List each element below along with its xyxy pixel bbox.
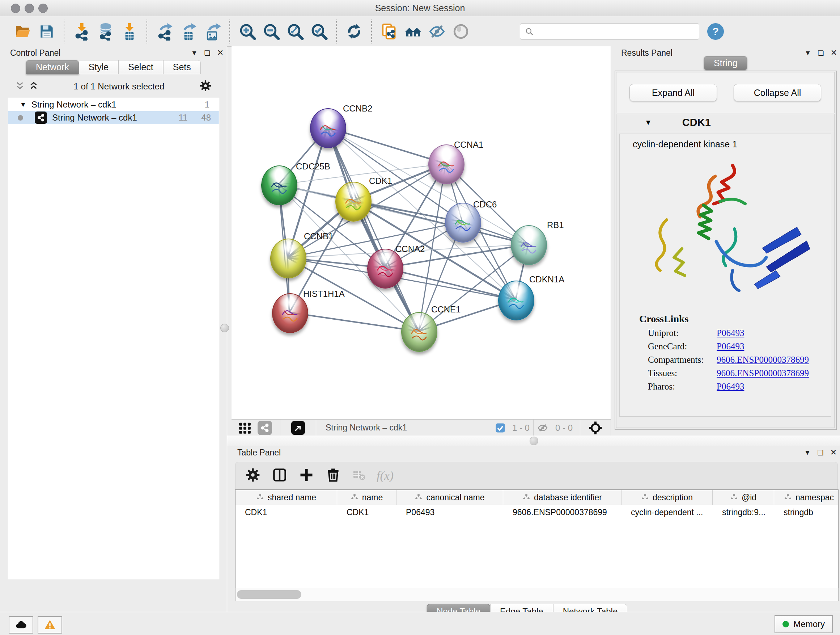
panel-menu-icon[interactable]: ▾ xyxy=(801,48,814,58)
memory-status-dot xyxy=(783,621,789,627)
delete-table-icon[interactable] xyxy=(352,468,366,483)
node-count: 11 xyxy=(178,112,187,123)
horizontal-splitter-handle[interactable] xyxy=(530,437,538,445)
column-header-shared-name[interactable]: shared name xyxy=(235,490,337,505)
network-selection-status: 1 of 1 Network selected xyxy=(39,81,199,92)
network-node-cdk1[interactable] xyxy=(335,182,371,222)
table-hscrollbar[interactable] xyxy=(235,588,838,601)
network-edge[interactable] xyxy=(289,312,418,331)
panel-float-icon[interactable]: ❏ xyxy=(814,447,827,458)
refresh-icon[interactable] xyxy=(342,20,366,43)
hidden-eye-icon[interactable] xyxy=(534,420,552,436)
network-node-ccne1[interactable] xyxy=(401,312,437,352)
network-node-cdkn1a[interactable] xyxy=(498,280,534,320)
column-header-description[interactable]: description xyxy=(622,490,713,505)
horizontal-splitter[interactable] xyxy=(227,435,840,446)
crosslink-link[interactable]: P06493 xyxy=(717,382,744,392)
table-gear-icon[interactable] xyxy=(245,467,261,485)
birdseye-view-icon[interactable] xyxy=(288,420,308,436)
crosslink-link[interactable]: P06493 xyxy=(717,341,744,352)
import-network-icon[interactable] xyxy=(70,20,94,43)
left-splitter-handle[interactable] xyxy=(220,324,229,333)
network-collection-row[interactable]: ▼ String Network – cdk1 1 xyxy=(8,98,219,111)
gene-collapse-icon[interactable]: ▼ xyxy=(645,119,652,127)
home-icon[interactable] xyxy=(401,20,425,43)
crosslink-link[interactable]: P06493 xyxy=(717,328,744,338)
expand-all-button[interactable]: Expand All xyxy=(630,84,717,101)
panel-float-icon[interactable]: ❏ xyxy=(814,48,827,58)
network-list: ▼ String Network – cdk1 1 String Network… xyxy=(8,98,219,579)
tab-sets[interactable]: Sets xyxy=(163,60,201,74)
protein-thumbnail xyxy=(505,291,527,314)
panel-close-icon[interactable]: ✕ xyxy=(827,48,840,58)
collection-expand-icon[interactable]: ▼ xyxy=(20,101,27,109)
tab-string[interactable]: String xyxy=(704,56,747,70)
collection-label: String Network – cdk1 xyxy=(32,100,117,110)
network-row-selected[interactable]: String Network – cdk1 1148 xyxy=(8,111,219,124)
network-canvas[interactable]: CCNB2CCNA1CDC25BCDK1CDC6RB1CCNB1CCNA2CDK… xyxy=(232,46,611,419)
export-network-icon[interactable] xyxy=(153,20,177,43)
render-toggle-icon[interactable] xyxy=(449,20,473,43)
warning-button[interactable] xyxy=(38,616,62,633)
zoom-fit-icon[interactable] xyxy=(283,20,307,43)
scrollbar-thumb[interactable] xyxy=(237,590,302,599)
tab-select[interactable]: Select xyxy=(118,60,163,74)
zoom-selected-icon[interactable] xyxy=(307,20,331,43)
import-table-icon[interactable] xyxy=(118,20,141,43)
panel-float-icon[interactable]: ❏ xyxy=(201,48,214,58)
tab-style[interactable]: Style xyxy=(79,60,118,74)
open-session-icon[interactable] xyxy=(11,20,35,43)
show-columns-icon[interactable] xyxy=(272,467,287,485)
tab-network[interactable]: Network xyxy=(26,60,79,74)
network-node-cdc25b[interactable] xyxy=(261,165,297,205)
network-edge[interactable] xyxy=(385,268,515,300)
grid-view-icon[interactable] xyxy=(235,420,255,436)
network-node-rb1[interactable] xyxy=(511,225,547,265)
save-session-icon[interactable] xyxy=(35,20,58,43)
add-column-icon[interactable] xyxy=(298,467,314,485)
network-node-ccnb1[interactable] xyxy=(270,239,306,279)
import-database-icon[interactable] xyxy=(94,20,118,43)
network-edge[interactable] xyxy=(327,127,418,331)
crosshair-icon[interactable] xyxy=(585,420,606,436)
network-edges xyxy=(232,46,611,419)
table-toolbar: f(x) xyxy=(235,462,838,489)
crosslink-link[interactable]: 9606.ENSP00000378699 xyxy=(717,368,809,378)
selected-checkbox-icon[interactable] xyxy=(492,420,508,436)
table-cell: stringdb:9... xyxy=(713,505,774,519)
help-icon[interactable]: ? xyxy=(707,23,724,40)
toolbar-separator xyxy=(147,19,148,43)
column-header-name[interactable]: name xyxy=(337,490,396,505)
panel-close-icon[interactable]: ✕ xyxy=(214,48,227,58)
hide-unhide-icon[interactable] xyxy=(425,20,449,43)
new-network-from-selection-icon[interactable] xyxy=(377,20,401,43)
network-node-ccna2[interactable] xyxy=(367,249,403,288)
panel-menu-icon[interactable]: ▾ xyxy=(801,447,814,458)
collapse-all-icon[interactable] xyxy=(14,80,25,93)
network-edge[interactable] xyxy=(353,201,528,244)
column-header-namespac[interactable]: namespac xyxy=(774,490,838,505)
network-node-ccna1[interactable] xyxy=(428,144,464,184)
collapse-all-button[interactable]: Collapse All xyxy=(734,84,821,101)
gear-icon[interactable] xyxy=(199,79,212,94)
search-input[interactable] xyxy=(537,25,699,38)
zoom-out-icon[interactable] xyxy=(259,20,283,43)
network-node-hist1h1a[interactable] xyxy=(272,293,308,333)
crosslink-link[interactable]: 9606.ENSP00000378699 xyxy=(717,355,809,365)
column-header-database-identifier[interactable]: database identifier xyxy=(503,490,622,505)
column-header-@id[interactable]: @id xyxy=(713,490,774,505)
column-header-canonical-name[interactable]: canonical name xyxy=(396,490,503,505)
panel-menu-icon[interactable]: ▾ xyxy=(188,48,201,58)
panel-close-icon[interactable]: ✕ xyxy=(827,447,840,458)
expand-all-icon[interactable] xyxy=(28,80,39,93)
delete-column-icon[interactable] xyxy=(325,467,341,485)
cloud-button[interactable] xyxy=(9,616,33,633)
function-builder-icon[interactable]: f(x) xyxy=(377,469,393,483)
network-node-ccnb2[interactable] xyxy=(310,108,346,148)
export-image-icon[interactable] xyxy=(201,20,224,43)
zoom-in-icon[interactable] xyxy=(235,20,259,43)
export-table-icon[interactable] xyxy=(177,20,201,43)
table-row[interactable]: CDK1CDK1P064939606.ENSP00000378699cyclin… xyxy=(235,505,838,519)
network-badge-icon[interactable] xyxy=(255,420,275,436)
memory-button[interactable]: Memory xyxy=(775,615,833,633)
